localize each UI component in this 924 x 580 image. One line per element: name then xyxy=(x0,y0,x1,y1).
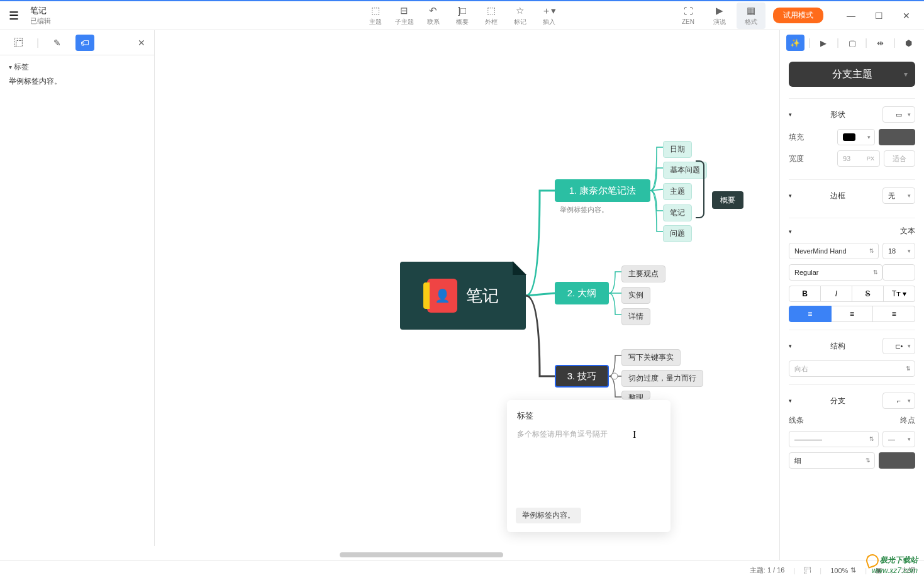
fill-preview[interactable] xyxy=(879,129,915,145)
fill-color-select[interactable] xyxy=(837,129,875,145)
format-tabs: ✨ | ▶ | ▢ | ⇹ | ⬢ xyxy=(780,30,924,55)
branch-cornell[interactable]: 1. 康奈尔笔记法 xyxy=(555,179,650,202)
status-map-icon[interactable]: ⿸ xyxy=(804,567,811,574)
plus-icon: ＋▾ xyxy=(535,5,564,16)
left-tabs: ⿸ | ✎ 🏷 ✕ xyxy=(0,30,154,55)
line-style-select[interactable]: ———— xyxy=(789,431,879,447)
svg-point-0 xyxy=(611,373,618,379)
summary-bracket xyxy=(696,160,704,218)
tool-zen[interactable]: ⛶ZEN xyxy=(674,6,703,25)
zen-icon: ⛶ xyxy=(674,6,703,17)
top-toolbar: ☰ 笔记 已编辑 ⬚主题 ⊟子主题 ↶联系 ]□概要 ⬚外框 ☆标记 ＋▾插入 … xyxy=(0,0,924,30)
fit-button[interactable]: 适合 xyxy=(884,150,915,167)
branch-shape-select[interactable]: ⌐ xyxy=(882,393,915,409)
shape-select[interactable]: ▭ xyxy=(882,106,915,123)
left-tab-labels[interactable]: 🏷 xyxy=(75,35,94,51)
bold-button[interactable]: B xyxy=(789,286,821,302)
leaf-main-point[interactable]: 主要观点 xyxy=(621,265,665,282)
leaf-date[interactable]: 日期 xyxy=(663,141,692,158)
align-right-button[interactable]: ≡ xyxy=(873,306,915,322)
leaf-topic[interactable]: 主题 xyxy=(663,183,692,200)
end-label: 终点 xyxy=(900,415,915,426)
label-suggestion[interactable]: 举例标签内容。 xyxy=(516,508,581,523)
branch-skill-selected[interactable]: 3. 技巧 xyxy=(555,365,609,388)
font-weight-select[interactable]: Regular xyxy=(789,264,882,281)
italic-button[interactable]: I xyxy=(821,286,852,302)
relationship-icon: ↶ xyxy=(419,5,448,16)
line-thickness-select[interactable]: 细 xyxy=(789,452,875,469)
leaf-key-facts[interactable]: 写下关键事实 xyxy=(621,349,681,366)
window-minimize[interactable]: — xyxy=(838,11,864,21)
summary-node[interactable]: 概要 xyxy=(712,191,743,209)
tool-relationship[interactable]: ↶联系 xyxy=(419,5,448,26)
tool-format[interactable]: ▦格式 xyxy=(737,3,765,29)
subtopic-icon: ⊟ xyxy=(390,5,419,16)
fill-label: 填充 xyxy=(789,132,804,143)
root-node[interactable]: 笔记 xyxy=(400,262,526,330)
status-zoom[interactable]: 100% ⇅ xyxy=(830,566,856,574)
document-status: 已编辑 xyxy=(30,16,51,26)
leaf-note[interactable]: 笔记 xyxy=(663,204,692,221)
border-title: 边框 xyxy=(830,191,845,201)
leaf-problem[interactable]: 问题 xyxy=(663,225,692,242)
shape-title: 形状 xyxy=(830,109,845,120)
window-close[interactable]: ✕ xyxy=(894,11,919,21)
tool-summary[interactable]: ]□概要 xyxy=(448,5,477,26)
tab-style[interactable]: ✨ xyxy=(786,35,804,51)
play-icon: ▶ xyxy=(705,5,734,16)
tool-marker[interactable]: ☆标记 xyxy=(506,5,535,26)
branch-outline[interactable]: 2. 大纲 xyxy=(555,282,609,304)
window-maximize[interactable]: ☐ xyxy=(866,11,891,21)
document-title: 笔记 xyxy=(30,5,51,16)
font-color[interactable] xyxy=(882,264,915,281)
line-end-select[interactable]: — xyxy=(882,431,915,447)
left-close-button[interactable]: ✕ xyxy=(138,38,145,48)
structure-select[interactable]: ⊏• xyxy=(882,338,915,354)
leaf-detail[interactable]: 详情 xyxy=(621,308,650,325)
left-example-text: 举例标签内容。 xyxy=(9,76,145,87)
left-tab-notes[interactable]: ✎ xyxy=(48,35,67,51)
text-title: 文本 xyxy=(900,226,915,237)
font-family-select[interactable]: NeverMind Hand xyxy=(789,243,879,259)
watermark: 极光下载站 www.xz7.com xyxy=(866,554,918,575)
toolbar-right: ⛶ZEN ▶演说 ▦格式 试用模式 — ☐ ✕ xyxy=(674,3,924,29)
section-shape: 形状 ▭ 填充 宽度 93PX 适合 xyxy=(789,98,915,179)
leaf-organize[interactable]: 整理 xyxy=(621,391,650,399)
case-button[interactable]: Tᴛ ▾ xyxy=(884,286,915,302)
leaf-example[interactable]: 实例 xyxy=(621,287,650,304)
format-panel: ✨ | ▶ | ▢ | ⇹ | ⬢ 分支主题 形状 ▭ 填充 宽度 xyxy=(779,30,924,560)
tool-topic[interactable]: ⬚主题 xyxy=(361,5,390,26)
document-title-block: 笔记 已编辑 xyxy=(30,5,51,26)
format-icon: ▦ xyxy=(740,5,762,16)
status-topic-count: 主题: 1 / 16 xyxy=(750,566,785,575)
tool-insert[interactable]: ＋▾插入 xyxy=(535,5,564,26)
status-bar: 主题: 1 / 16 | ⿸ | 100% ⇅ | ▣ | 大纲 xyxy=(0,560,924,580)
branch-title: 分支 xyxy=(830,396,845,406)
trial-mode-button[interactable]: 试用模式 xyxy=(773,8,823,23)
tool-boundary[interactable]: ⬚外框 xyxy=(477,5,506,26)
tool-subtopic[interactable]: ⊟子主题 xyxy=(390,5,419,26)
tab-map[interactable]: ▢ xyxy=(843,35,861,51)
align-center-button[interactable]: ≡ xyxy=(832,306,874,322)
border-select[interactable]: 无 xyxy=(882,187,915,204)
tab-pitch[interactable]: ▶ xyxy=(815,35,833,51)
width-input[interactable]: 93PX xyxy=(837,150,880,167)
tab-snap[interactable]: ⇹ xyxy=(871,35,889,51)
topic-icon: ⬚ xyxy=(361,5,390,16)
tab-color[interactable]: ⬢ xyxy=(899,35,918,51)
tool-present[interactable]: ▶演说 xyxy=(705,5,734,26)
folded-corner xyxy=(513,261,526,275)
left-tab-outline[interactable]: ⿸ xyxy=(9,35,28,51)
horizontal-scrollbar[interactable] xyxy=(164,552,773,559)
menu-button[interactable]: ☰ xyxy=(0,9,28,23)
direction-select[interactable]: 向右 xyxy=(789,360,915,377)
mindmap-canvas[interactable]: 笔记 1. 康奈尔笔记法 举例标签内容。 日期 基本问题 主题 笔记 问题 概要… xyxy=(155,30,779,560)
label-input[interactable] xyxy=(517,430,660,438)
popup-title: 标签 xyxy=(517,410,660,421)
strike-button[interactable]: S xyxy=(852,286,884,302)
align-left-button[interactable]: ≡ xyxy=(789,306,832,322)
topic-type-dropdown[interactable]: 分支主题 xyxy=(789,62,915,87)
line-color[interactable] xyxy=(879,452,915,469)
font-size-select[interactable]: 18 xyxy=(882,243,915,259)
leaf-moderate[interactable]: 切勿过度，量力而行 xyxy=(621,370,703,387)
